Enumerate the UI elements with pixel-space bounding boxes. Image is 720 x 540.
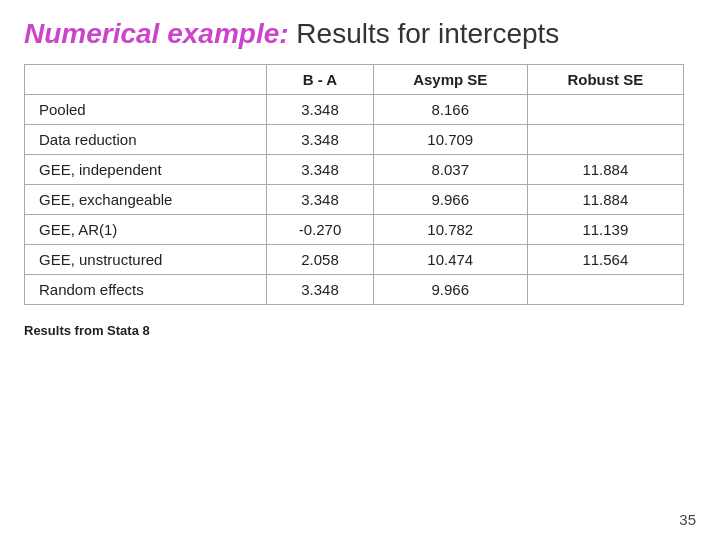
cell-1-0: Data reduction [25, 125, 267, 155]
cell-2-3: 11.884 [527, 155, 683, 185]
table-row: Pooled3.3488.166 [25, 95, 684, 125]
cell-2-1: 3.348 [267, 155, 374, 185]
cell-2-0: GEE, independent [25, 155, 267, 185]
cell-3-3: 11.884 [527, 185, 683, 215]
cell-4-3: 11.139 [527, 215, 683, 245]
cell-1-3 [527, 125, 683, 155]
cell-5-2: 10.474 [373, 245, 527, 275]
title-part2: Results for intercepts [296, 18, 559, 49]
col-header-0 [25, 65, 267, 95]
cell-2-2: 8.037 [373, 155, 527, 185]
cell-5-1: 2.058 [267, 245, 374, 275]
table-container: B - A Asymp SE Robust SE Pooled3.3488.16… [0, 64, 720, 305]
cell-5-3: 11.564 [527, 245, 683, 275]
table-row: GEE, unstructured2.05810.47411.564 [25, 245, 684, 275]
cell-5-0: GEE, unstructured [25, 245, 267, 275]
cell-3-1: 3.348 [267, 185, 374, 215]
footer-note: Results from Stata 8 [0, 305, 720, 338]
cell-3-2: 9.966 [373, 185, 527, 215]
cell-4-2: 10.782 [373, 215, 527, 245]
cell-4-0: GEE, AR(1) [25, 215, 267, 245]
cell-3-0: GEE, exchangeable [25, 185, 267, 215]
cell-6-1: 3.348 [267, 275, 374, 305]
cell-0-1: 3.348 [267, 95, 374, 125]
cell-1-2: 10.709 [373, 125, 527, 155]
table-row: GEE, exchangeable3.3489.96611.884 [25, 185, 684, 215]
table-row: GEE, AR(1)-0.27010.78211.139 [25, 215, 684, 245]
page-title: Numerical example: Results for intercept… [0, 0, 720, 64]
results-table: B - A Asymp SE Robust SE Pooled3.3488.16… [24, 64, 684, 305]
cell-1-1: 3.348 [267, 125, 374, 155]
cell-6-3 [527, 275, 683, 305]
page-number: 35 [679, 511, 696, 528]
col-header-2: Asymp SE [373, 65, 527, 95]
title-part1: Numerical example: [24, 18, 289, 49]
cell-4-1: -0.270 [267, 215, 374, 245]
col-header-3: Robust SE [527, 65, 683, 95]
cell-0-2: 8.166 [373, 95, 527, 125]
col-header-1: B - A [267, 65, 374, 95]
cell-6-2: 9.966 [373, 275, 527, 305]
table-row: Random effects3.3489.966 [25, 275, 684, 305]
table-header-row: B - A Asymp SE Robust SE [25, 65, 684, 95]
table-row: GEE, independent3.3488.03711.884 [25, 155, 684, 185]
cell-0-3 [527, 95, 683, 125]
table-row: Data reduction3.34810.709 [25, 125, 684, 155]
cell-6-0: Random effects [25, 275, 267, 305]
cell-0-0: Pooled [25, 95, 267, 125]
